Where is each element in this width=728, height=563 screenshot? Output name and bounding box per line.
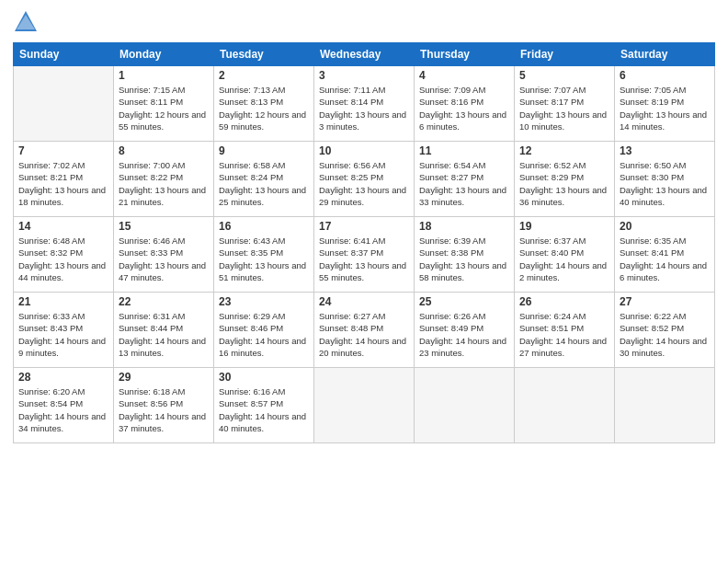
day-number: 17 xyxy=(319,220,409,233)
day-number: 25 xyxy=(419,295,509,308)
day-number: 28 xyxy=(18,371,108,384)
daylight: Daylight: 13 hours and 58 minutes. xyxy=(419,259,509,284)
weekday-header-row: SundayMondayTuesdayWednesdayThursdayFrid… xyxy=(14,43,715,66)
daylight: Daylight: 13 hours and 25 minutes. xyxy=(219,184,309,209)
day-number: 12 xyxy=(519,144,609,157)
day-info: Sunrise: 6:22 AM Sunset: 8:52 PM Dayligh… xyxy=(620,310,710,359)
weekday-header-wednesday: Wednesday xyxy=(314,43,415,66)
day-number: 8 xyxy=(119,144,209,157)
sunrise: Sunrise: 7:02 AM xyxy=(18,159,108,171)
sunset: Sunset: 8:19 PM xyxy=(620,96,710,108)
daylight: Daylight: 13 hours and 3 minutes. xyxy=(319,109,409,133)
day-info: Sunrise: 6:26 AM Sunset: 8:49 PM Dayligh… xyxy=(419,310,509,359)
week-row-3: 21 Sunrise: 6:33 AM Sunset: 8:43 PM Dayl… xyxy=(14,293,715,368)
calendar-cell: 1 Sunrise: 7:15 AM Sunset: 8:11 PM Dayli… xyxy=(114,66,214,142)
sunset: Sunset: 8:56 PM xyxy=(119,397,209,409)
day-number: 6 xyxy=(620,69,710,82)
day-info: Sunrise: 6:43 AM Sunset: 8:35 PM Dayligh… xyxy=(219,235,309,283)
calendar-cell: 8 Sunrise: 7:00 AM Sunset: 8:22 PM Dayli… xyxy=(114,142,214,217)
day-info: Sunrise: 6:16 AM Sunset: 8:57 PM Dayligh… xyxy=(219,385,309,434)
day-number: 5 xyxy=(519,69,609,82)
sunset: Sunset: 8:13 PM xyxy=(219,96,309,108)
week-row-4: 28 Sunrise: 6:20 AM Sunset: 8:54 PM Dayl… xyxy=(14,368,715,443)
sunset: Sunset: 8:11 PM xyxy=(119,96,209,108)
day-info: Sunrise: 6:31 AM Sunset: 8:44 PM Dayligh… xyxy=(119,310,209,359)
calendar-cell: 15 Sunrise: 6:46 AM Sunset: 8:33 PM Dayl… xyxy=(114,217,214,293)
day-info: Sunrise: 6:24 AM Sunset: 8:51 PM Dayligh… xyxy=(519,310,609,359)
page: SundayMondayTuesdayWednesdayThursdayFrid… xyxy=(0,0,728,563)
calendar-cell: 26 Sunrise: 6:24 AM Sunset: 8:51 PM Dayl… xyxy=(515,293,615,368)
sunset: Sunset: 8:52 PM xyxy=(620,322,710,334)
sunset: Sunset: 8:51 PM xyxy=(519,322,609,334)
daylight: Daylight: 13 hours and 6 minutes. xyxy=(419,109,509,133)
daylight: Daylight: 13 hours and 10 minutes. xyxy=(519,109,609,133)
day-number: 15 xyxy=(119,220,209,233)
day-number: 2 xyxy=(219,69,309,82)
daylight: Daylight: 12 hours and 59 minutes. xyxy=(219,109,309,133)
sunrise: Sunrise: 6:56 AM xyxy=(319,159,409,171)
sunset: Sunset: 8:24 PM xyxy=(219,171,309,183)
calendar-cell: 14 Sunrise: 6:48 AM Sunset: 8:32 PM Dayl… xyxy=(14,217,114,293)
daylight: Daylight: 13 hours and 33 minutes. xyxy=(419,184,509,209)
daylight: Daylight: 14 hours and 2 minutes. xyxy=(519,259,609,284)
daylight: Daylight: 13 hours and 51 minutes. xyxy=(219,259,309,284)
sunset: Sunset: 8:21 PM xyxy=(18,171,108,183)
sunset: Sunset: 8:30 PM xyxy=(620,171,710,183)
day-info: Sunrise: 6:58 AM Sunset: 8:24 PM Dayligh… xyxy=(219,159,309,208)
day-number: 27 xyxy=(620,295,710,308)
sunset: Sunset: 8:16 PM xyxy=(419,96,509,108)
sunset: Sunset: 8:32 PM xyxy=(18,247,108,259)
calendar-cell: 7 Sunrise: 7:02 AM Sunset: 8:21 PM Dayli… xyxy=(14,142,114,217)
calendar-cell: 19 Sunrise: 6:37 AM Sunset: 8:40 PM Dayl… xyxy=(515,217,615,293)
sunset: Sunset: 8:25 PM xyxy=(319,171,409,183)
day-info: Sunrise: 7:00 AM Sunset: 8:22 PM Dayligh… xyxy=(119,159,209,208)
day-info: Sunrise: 7:02 AM Sunset: 8:21 PM Dayligh… xyxy=(18,159,108,208)
daylight: Daylight: 14 hours and 20 minutes. xyxy=(319,335,409,360)
calendar-cell: 29 Sunrise: 6:18 AM Sunset: 8:56 PM Dayl… xyxy=(114,368,214,443)
calendar-cell: 11 Sunrise: 6:54 AM Sunset: 8:27 PM Dayl… xyxy=(415,142,515,217)
day-info: Sunrise: 6:46 AM Sunset: 8:33 PM Dayligh… xyxy=(119,235,209,283)
day-info: Sunrise: 6:39 AM Sunset: 8:38 PM Dayligh… xyxy=(419,235,509,283)
day-info: Sunrise: 6:52 AM Sunset: 8:29 PM Dayligh… xyxy=(519,159,609,208)
daylight: Daylight: 13 hours and 36 minutes. xyxy=(519,184,609,209)
calendar-cell: 17 Sunrise: 6:41 AM Sunset: 8:37 PM Dayl… xyxy=(314,217,415,293)
calendar-cell: 4 Sunrise: 7:09 AM Sunset: 8:16 PM Dayli… xyxy=(415,66,515,142)
day-info: Sunrise: 7:09 AM Sunset: 8:16 PM Dayligh… xyxy=(419,84,509,132)
sunset: Sunset: 8:57 PM xyxy=(219,397,309,409)
day-info: Sunrise: 6:35 AM Sunset: 8:41 PM Dayligh… xyxy=(620,235,710,283)
day-number: 19 xyxy=(519,220,609,233)
sunrise: Sunrise: 6:27 AM xyxy=(319,310,409,322)
calendar-cell: 21 Sunrise: 6:33 AM Sunset: 8:43 PM Dayl… xyxy=(14,293,114,368)
calendar-cell: 27 Sunrise: 6:22 AM Sunset: 8:52 PM Dayl… xyxy=(615,293,715,368)
calendar-cell: 30 Sunrise: 6:16 AM Sunset: 8:57 PM Dayl… xyxy=(214,368,314,443)
sunset: Sunset: 8:37 PM xyxy=(319,247,409,259)
sunrise: Sunrise: 7:00 AM xyxy=(119,159,209,171)
sunrise: Sunrise: 6:31 AM xyxy=(119,310,209,322)
daylight: Daylight: 12 hours and 55 minutes. xyxy=(119,109,209,133)
sunset: Sunset: 8:35 PM xyxy=(219,247,309,259)
day-number: 18 xyxy=(419,220,509,233)
sunrise: Sunrise: 6:41 AM xyxy=(319,235,409,247)
calendar-cell: 12 Sunrise: 6:52 AM Sunset: 8:29 PM Dayl… xyxy=(515,142,615,217)
day-info: Sunrise: 7:05 AM Sunset: 8:19 PM Dayligh… xyxy=(620,84,710,132)
sunrise: Sunrise: 6:39 AM xyxy=(419,235,509,247)
sunset: Sunset: 8:29 PM xyxy=(519,171,609,183)
calendar-cell: 13 Sunrise: 6:50 AM Sunset: 8:30 PM Dayl… xyxy=(615,142,715,217)
day-number: 13 xyxy=(620,144,710,157)
day-info: Sunrise: 6:37 AM Sunset: 8:40 PM Dayligh… xyxy=(519,235,609,283)
calendar-cell: 6 Sunrise: 7:05 AM Sunset: 8:19 PM Dayli… xyxy=(615,66,715,142)
sunrise: Sunrise: 7:09 AM xyxy=(419,84,509,96)
daylight: Daylight: 14 hours and 6 minutes. xyxy=(620,259,710,284)
sunset: Sunset: 8:40 PM xyxy=(519,247,609,259)
day-number: 9 xyxy=(219,144,309,157)
sunrise: Sunrise: 6:18 AM xyxy=(119,385,209,397)
day-info: Sunrise: 6:27 AM Sunset: 8:48 PM Dayligh… xyxy=(319,310,409,359)
logo-icon xyxy=(13,9,39,35)
calendar-cell xyxy=(615,368,715,443)
sunrise: Sunrise: 6:16 AM xyxy=(219,385,309,397)
daylight: Daylight: 14 hours and 37 minutes. xyxy=(119,410,209,435)
sunset: Sunset: 8:14 PM xyxy=(319,96,409,108)
day-number: 24 xyxy=(319,295,409,308)
sunrise: Sunrise: 6:20 AM xyxy=(18,385,108,397)
calendar-cell: 22 Sunrise: 6:31 AM Sunset: 8:44 PM Dayl… xyxy=(114,293,214,368)
